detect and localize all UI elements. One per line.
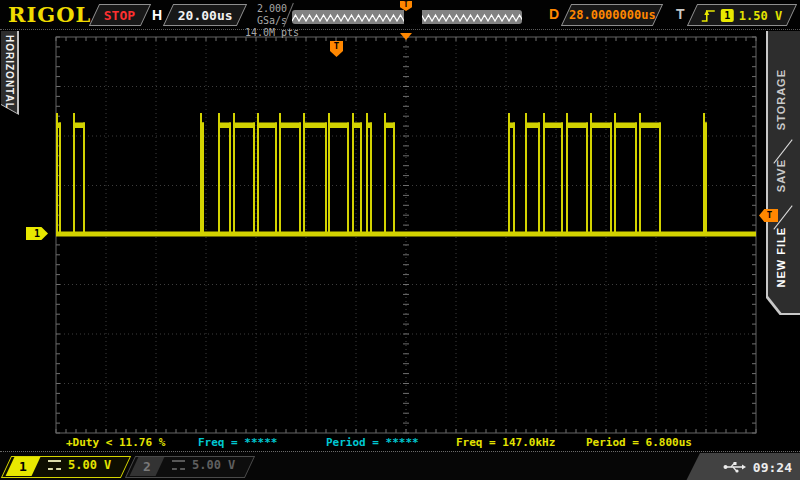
delay-value: 28.0000000us (569, 8, 656, 22)
timebase-button[interactable]: 20.00us (163, 4, 247, 26)
delay-button[interactable]: 28.0000000us (561, 4, 663, 26)
system-status-area: 09:24 (686, 453, 800, 480)
memory-position-bar[interactable] (292, 10, 522, 24)
ch1-dc-coupling-icon (48, 460, 61, 470)
channel1-scale: 5.00 V (68, 458, 111, 472)
run-state-button[interactable]: STOP (89, 4, 151, 26)
trigger-label: T (676, 6, 685, 22)
horizontal-menu-tab[interactable]: HORIZONTAL (1, 31, 19, 115)
horizontal-label: H (152, 7, 162, 23)
storage-menu-tab: STORAGE SAVE NEW FILE (766, 31, 800, 315)
menu-item-storage[interactable]: STORAGE (775, 69, 787, 130)
measurement-duty: +Duty < 11.76 % (66, 436, 165, 449)
measurement-freq-ch2: Freq = ***** (198, 436, 277, 449)
trigger-source-badge: 1 (721, 9, 734, 22)
menu-item-save[interactable]: SAVE (775, 159, 787, 192)
channel1-number: 1 (19, 459, 27, 474)
measurement-period-ch1: Period = 6.800us (586, 436, 692, 449)
trigger-settings-button[interactable]: 1 1.50 V (687, 4, 797, 26)
timebase-value: 20.00us (178, 8, 233, 23)
ch2-dc-coupling-icon (172, 460, 185, 470)
measurement-period-ch2: Period = ***** (326, 436, 419, 449)
memory-depth: 14.0M pts (244, 27, 300, 39)
rigol-logo: RIGOL (8, 2, 91, 27)
horizontal-menu-label: HORIZONTAL (4, 35, 15, 110)
menu-item-new-file[interactable]: NEW FILE (775, 227, 787, 288)
bottom-status-bar: 1 5.00 V 2 5.00 V 09:24 (0, 451, 800, 480)
measurement-freq-ch1: Freq = 147.0kHz (456, 436, 555, 449)
delay-label: D (549, 6, 559, 22)
trigger-position-center-icon[interactable] (400, 33, 412, 40)
usb-icon (723, 461, 747, 473)
trigger-slope-icon (701, 8, 716, 23)
clock-time: 09:24 (753, 460, 792, 475)
graticule (0, 0, 800, 480)
memory-window (404, 10, 422, 24)
channel2-number: 2 (143, 459, 151, 474)
top-status-bar: RIGOL STOP H 20.00us 2.000 GSa/s 14.0M p… (0, 0, 800, 30)
channel2-scale: 5.00 V (192, 458, 235, 472)
trigger-level-value: 1.50 V (739, 8, 782, 22)
run-state-label: STOP (104, 8, 135, 23)
oscilloscope-screen: RIGOL STOP H 20.00us 2.000 GSa/s 14.0M p… (0, 0, 800, 480)
